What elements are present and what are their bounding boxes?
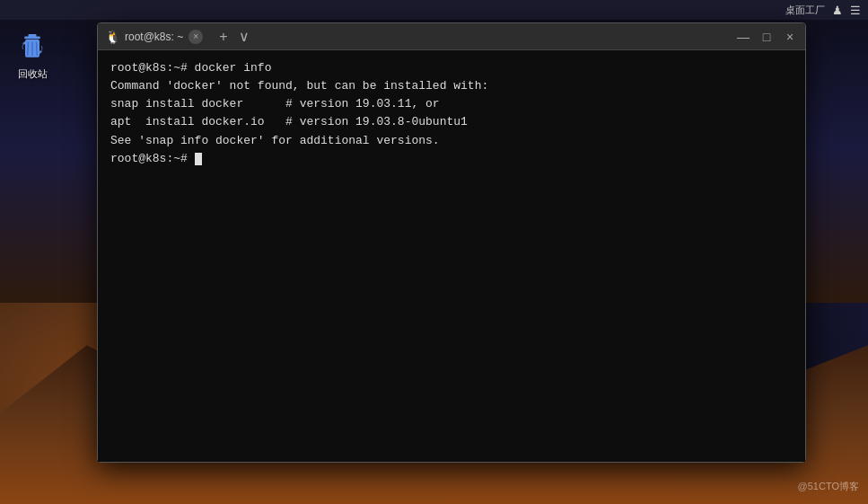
terminal-line: Command 'docker' not found, but can be i… — [110, 77, 793, 95]
taskbar-text: 桌面工厂 — [785, 4, 825, 17]
window-controls: — □ × — [735, 29, 798, 45]
terminal-cursor — [195, 153, 202, 165]
menu-icon[interactable]: ☰ — [850, 4, 861, 17]
terminal-window: 🐧 root@k8s: ~ × + ∨ — □ × root@k8s:~# do… — [97, 22, 806, 463]
add-tab-button[interactable]: + — [215, 29, 231, 45]
terminal-titlebar: 🐧 root@k8s: ~ × + ∨ — □ × — [98, 23, 805, 50]
user-icon[interactable]: ♟ — [832, 4, 843, 17]
tab-controls: + ∨ — [215, 28, 252, 45]
desktop: 桌面工厂 ♟ ☰ 回收站 — [0, 0, 868, 504]
titlebar-left: 🐧 root@k8s: ~ × + ∨ — [105, 28, 730, 45]
maximize-button[interactable]: □ — [758, 29, 775, 45]
recycle-bin-icon[interactable]: 回收站 — [16, 31, 48, 81]
recycle-bin-image — [16, 31, 48, 64]
recycle-bin-label: 回收站 — [18, 67, 48, 81]
terminal-title: root@k8s: ~ — [125, 31, 183, 43]
close-button[interactable]: × — [782, 29, 798, 45]
terminal-line: See 'snap info docker' for additional ve… — [110, 132, 793, 150]
terminal-line: snap install docker # version 19.03.11, … — [110, 95, 793, 113]
minimize-button[interactable]: — — [735, 29, 751, 45]
close-tab-button[interactable]: × — [189, 30, 203, 44]
svg-line-5 — [36, 42, 37, 56]
terminal-prompt-line: root@k8s:~# — [110, 150, 793, 168]
terminal-content[interactable]: root@k8s:~# docker info Command 'docker'… — [98, 50, 805, 462]
svg-line-3 — [28, 42, 29, 56]
dropdown-tab-button[interactable]: ∨ — [235, 28, 253, 45]
terminal-line: apt install docker.io # version 19.03.8-… — [110, 113, 793, 131]
terminal-line: root@k8s:~# docker info — [110, 59, 793, 77]
watermark: @51CTO博客 — [798, 480, 859, 493]
linux-penguin-icon: 🐧 — [105, 30, 119, 44]
taskbar: 桌面工厂 ♟ ☰ — [0, 0, 868, 20]
svg-rect-1 — [29, 34, 37, 38]
